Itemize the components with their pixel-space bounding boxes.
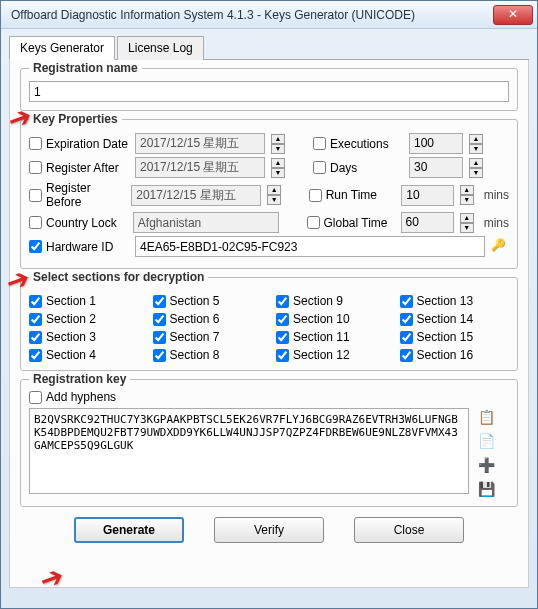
expiration-date-input[interactable] (135, 133, 265, 154)
days-check[interactable]: Days (313, 161, 403, 175)
run-time-check[interactable]: Run Time (309, 188, 396, 202)
registration-name-group: Registration name (20, 68, 518, 111)
section-check-6[interactable]: Section 6 (153, 312, 263, 326)
global-time-unit: mins (484, 216, 509, 230)
section-check-4[interactable]: Section 4 (29, 348, 139, 362)
close-button[interactable]: Close (354, 517, 464, 543)
expiration-date-spin[interactable]: ▲▼ (271, 134, 285, 154)
verify-button[interactable]: Verify (214, 517, 324, 543)
key-properties-group: Key Properties Expiration Date ▲▼ Execut… (20, 119, 518, 269)
paste-icon[interactable]: 📄 (477, 432, 495, 450)
section-check-3[interactable]: Section 3 (29, 330, 139, 344)
section-check-2[interactable]: Section 2 (29, 312, 139, 326)
window-title: Offboard Diagnostic Information System 4… (11, 8, 493, 22)
hardware-id-input[interactable] (135, 236, 485, 257)
country-lock-check[interactable]: Country Lock (29, 216, 127, 230)
add-icon[interactable]: ➕ (477, 456, 495, 474)
register-after-input[interactable] (135, 157, 265, 178)
register-before-spin[interactable]: ▲▼ (267, 185, 281, 205)
executions-spin[interactable]: ▲▼ (469, 134, 483, 154)
tab-license-log[interactable]: License Log (117, 36, 204, 60)
register-before-input[interactable] (131, 185, 261, 206)
global-time-check[interactable]: Global Time (307, 216, 395, 230)
registration-key-group: Registration key Add hyphens B2QVSRKC92T… (20, 379, 518, 507)
generate-button[interactable]: Generate (74, 517, 184, 543)
global-time-input[interactable]: 60 (401, 212, 454, 233)
section-check-8[interactable]: Section 8 (153, 348, 263, 362)
section-check-7[interactable]: Section 7 (153, 330, 263, 344)
key-icon[interactable]: 🔑 (491, 238, 509, 256)
app-window: Offboard Diagnostic Information System 4… (0, 0, 538, 609)
tab-strip: Keys Generator License Log (9, 35, 529, 60)
add-hyphens-check[interactable]: Add hyphens (29, 390, 509, 404)
copy-icon[interactable]: 📋 (477, 408, 495, 426)
section-check-10[interactable]: Section 10 (276, 312, 386, 326)
days-spin[interactable]: ▲▼ (469, 158, 483, 178)
section-check-5[interactable]: Section 5 (153, 294, 263, 308)
executions-check[interactable]: Executions (313, 137, 403, 151)
register-after-check[interactable]: Register After (29, 161, 129, 175)
section-check-15[interactable]: Section 15 (400, 330, 510, 344)
sections-group: Select sections for decryption Section 1… (20, 277, 518, 371)
annotation-arrow-icon: ➔ (35, 559, 68, 598)
expiration-date-check[interactable]: Expiration Date (29, 137, 129, 151)
window-close-button[interactable]: ✕ (493, 5, 533, 25)
save-icon[interactable]: 💾 (477, 480, 495, 498)
hardware-id-check[interactable]: Hardware ID (29, 240, 129, 254)
tab-keys-generator[interactable]: Keys Generator (9, 36, 115, 60)
section-check-12[interactable]: Section 12 (276, 348, 386, 362)
registration-name-input[interactable] (29, 81, 509, 102)
section-check-1[interactable]: Section 1 (29, 294, 139, 308)
register-after-spin[interactable]: ▲▼ (271, 158, 285, 178)
sections-legend: Select sections for decryption (29, 270, 208, 284)
registration-key-legend: Registration key (29, 372, 130, 386)
global-time-spin[interactable]: ▲▼ (460, 213, 474, 233)
titlebar: Offboard Diagnostic Information System 4… (1, 1, 537, 29)
executions-input[interactable]: 100 (409, 133, 463, 154)
tab-panel: Registration name ➔ Key Properties Expir… (9, 60, 529, 588)
run-time-unit: mins (484, 188, 509, 202)
registration-key-textarea[interactable]: B2QVSRKC92THUC7Y3KGPAAKPBTSCL5EK26VR7FLY… (29, 408, 469, 494)
register-before-check[interactable]: Register Before (29, 181, 125, 209)
key-properties-legend: Key Properties (29, 112, 122, 126)
registration-name-legend: Registration name (29, 61, 142, 75)
run-time-spin[interactable]: ▲▼ (460, 185, 474, 205)
button-row: Generate Verify Close (20, 517, 518, 543)
section-check-14[interactable]: Section 14 (400, 312, 510, 326)
country-lock-select[interactable] (133, 212, 279, 233)
section-check-9[interactable]: Section 9 (276, 294, 386, 308)
section-check-11[interactable]: Section 11 (276, 330, 386, 344)
days-input[interactable]: 30 (409, 157, 463, 178)
section-check-16[interactable]: Section 16 (400, 348, 510, 362)
section-check-13[interactable]: Section 13 (400, 294, 510, 308)
run-time-input[interactable]: 10 (401, 185, 453, 206)
